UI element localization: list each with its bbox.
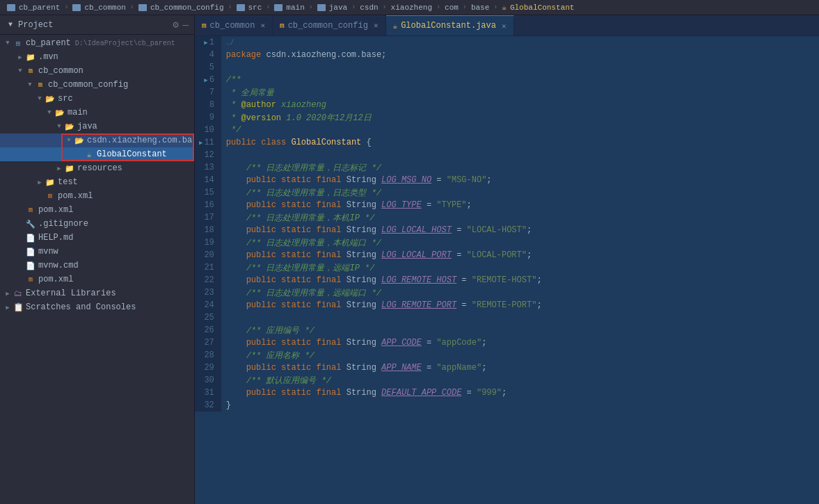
code-line-19: 19 /** 日志处理用常量，本机端口 */ [195, 236, 819, 249]
java-file-icon: ☕ [502, 3, 507, 12]
code-line-23: 23 /** 日志处理用常量，远端端口 */ [195, 286, 819, 299]
tree-item-helpmd[interactable]: 📄 HELP.md [0, 231, 194, 245]
folder-icon-main: 📂 [54, 107, 65, 118]
folder-icon: 📁 [25, 51, 36, 63]
breadcrumb-cb-parent[interactable]: cb_parent [4, 3, 63, 13]
code-line-1: ▶1 …/ [195, 36, 819, 49]
code-line-30: 30 /** 默认应用编号 */ [195, 374, 819, 387]
minimize-icon[interactable]: — [183, 19, 189, 31]
tree-item-resources[interactable]: 📁 resources [0, 161, 194, 175]
module-icon-cb-common: m [25, 65, 36, 76]
tab-cb-common-config[interactable]: m cb_common_config ✕ [273, 15, 385, 35]
breadcrumb-xiaozheng[interactable]: xiaozheng [388, 3, 435, 13]
code-line-14: 14 public static final String LOG_MSG_NO… [195, 174, 819, 186]
gitignore-icon: 🔧 [25, 218, 36, 229]
breadcrumb-java[interactable]: java [315, 3, 350, 13]
breadcrumb-base[interactable]: base [468, 3, 492, 13]
mvnwcmd-icon: 📄 [25, 260, 36, 271]
tree-item-scratches[interactable]: 📋 Scratches and Consoles [0, 300, 194, 314]
code-line-8: 8 * @author xiaozheng [195, 99, 819, 111]
code-line-6: ▶6 /** [195, 74, 819, 86]
project-tree: ⊞ cb_parent D:\IdeaProject\cb_parent 📁 .… [0, 35, 194, 504]
module-icon: ⊞ [13, 38, 24, 49]
ext-libs-icon: 🗂 [13, 288, 24, 299]
tree-item-gitignore[interactable]: 🔧 .gitignore [0, 217, 194, 231]
tree-item-mvnw-cmd[interactable]: 📄 mvnw.cmd [0, 259, 194, 273]
tab-close-cb-common[interactable]: ✕ [260, 21, 265, 30]
folder-icon [138, 4, 147, 11]
code-line-12: 12 [195, 149, 819, 161]
tree-item-pom-outer[interactable]: m pom.xml [0, 203, 194, 217]
code-line-10: 10 */ [195, 124, 819, 136]
breadcrumb-cb-common-config[interactable]: cb_common_config [136, 3, 227, 13]
tree-item-main[interactable]: 📂 main [0, 106, 194, 120]
tree-item-test[interactable]: 📁 test [0, 175, 194, 189]
tab-close-cb-common-config[interactable]: ✕ [374, 21, 379, 30]
code-line-13: 13 /** 日志处理用常量，日志标记 */ [195, 161, 819, 174]
java-file-icon: ☕ [84, 149, 95, 160]
code-line-29: 29 public static final String APP_NAME =… [195, 361, 819, 374]
editor-area: m cb_common ✕ m cb_common_config ✕ ☕ Glo… [195, 15, 819, 504]
code-line-16: 16 public static final String LOG_TYPE =… [195, 199, 819, 211]
module-icon-cb-common-config: m [35, 79, 46, 90]
arrow-mvn [15, 54, 25, 61]
fold-icon-11[interactable]: ▶ [199, 139, 202, 147]
sidebar-header: Project ⚙ — [0, 15, 194, 35]
project-arrow[interactable] [6, 21, 15, 29]
sidebar-title: Project [18, 20, 173, 30]
breadcrumb-cb-common[interactable]: cb_common [70, 3, 128, 13]
xml-icon-root: m [25, 274, 36, 285]
folder-icon-test: 📁 [45, 177, 56, 188]
breadcrumb-csdn[interactable]: csdn [357, 3, 381, 13]
code-line-20: 20 public static final String LOG_LOCAL_… [195, 249, 819, 261]
sidebar: Project ⚙ — ⊞ cb_parent D:\IdeaProject\c… [0, 15, 195, 504]
folder-icon [72, 4, 81, 11]
folder-icon [317, 4, 326, 11]
code-line-25: 25 [195, 311, 819, 324]
arrow-test [35, 179, 45, 186]
tree-item-pkg[interactable]: 📂 csdn.xiaozheng.com.base [0, 133, 194, 147]
fold-icon-6[interactable]: ▶ [204, 76, 207, 84]
tab-cb-common[interactable]: m cb_common ✕ [195, 15, 273, 35]
breadcrumb-globalconstant[interactable]: ☕ GlobalConstant [499, 2, 577, 13]
tree-item-cb-parent[interactable]: ⊞ cb_parent D:\IdeaProject\cb_parent [0, 36, 194, 50]
settings-icon[interactable]: ⚙ [173, 19, 178, 31]
arrow-cb-common-config [25, 81, 35, 88]
tree-item-java[interactable]: 📂 java [0, 120, 194, 133]
tree-item-cb-common[interactable]: m cb_common [0, 64, 194, 78]
arrow-pkg [64, 137, 74, 144]
tree-item-pom-inner[interactable]: m pom.xml [0, 189, 194, 203]
tree-item-cb-common-config[interactable]: m cb_common_config [0, 78, 194, 92]
tab-close-globalconstant[interactable]: ✕ [502, 22, 507, 31]
arrow-java [54, 123, 64, 130]
folder-icon [237, 4, 245, 11]
folder-icon [7, 4, 15, 11]
tab-bar: m cb_common ✕ m cb_common_config ✕ ☕ Glo… [195, 15, 819, 36]
md-icon: 📄 [25, 232, 36, 243]
code-line-31: 31 public static final String DEFAULT_AP… [195, 387, 819, 399]
tree-item-pom-root[interactable]: m pom.xml [0, 273, 194, 286]
code-line-24: 24 public static final String LOG_REMOTE… [195, 299, 819, 311]
breadcrumb-main[interactable]: main [271, 3, 307, 13]
folder-icon-src: 📂 [45, 93, 56, 104]
tree-item-ext-libs[interactable]: 🗂 External Libraries [0, 286, 194, 300]
tree-item-src[interactable]: 📂 src [0, 92, 194, 106]
tree-item-mvn[interactable]: 📁 .mvn [0, 50, 194, 64]
sidebar-toolbar: ⚙ — [173, 19, 189, 31]
arrow-scratches [3, 304, 13, 311]
breadcrumb-com[interactable]: com [442, 3, 461, 13]
tree-item-mvnw[interactable]: 📄 mvnw [0, 245, 194, 259]
main-area: Project ⚙ — ⊞ cb_parent D:\IdeaProject\c… [0, 15, 819, 504]
tree-item-globalconstant[interactable]: ☕ GlobalConstant [0, 147, 194, 161]
arrow-ext-libs [3, 290, 13, 298]
breadcrumb-src[interactable]: src [234, 3, 265, 13]
code-line-5: 5 [195, 61, 819, 74]
code-table: ▶1 …/ 4 package csdn.xiaozheng.com.base;… [195, 36, 819, 412]
code-line-32: 32 } [195, 399, 819, 412]
code-line-11: ▶11 public class GlobalConstant { [195, 136, 819, 149]
fold-icon[interactable]: ▶ [204, 39, 207, 47]
tab-globalconstant[interactable]: ☕ GlobalConstant.java ✕ [386, 15, 514, 35]
scratch-icon: 📋 [13, 302, 24, 313]
code-line-28: 28 /** 应用名称 */ [195, 349, 819, 361]
code-editor[interactable]: ▶1 …/ 4 package csdn.xiaozheng.com.base;… [195, 36, 819, 504]
